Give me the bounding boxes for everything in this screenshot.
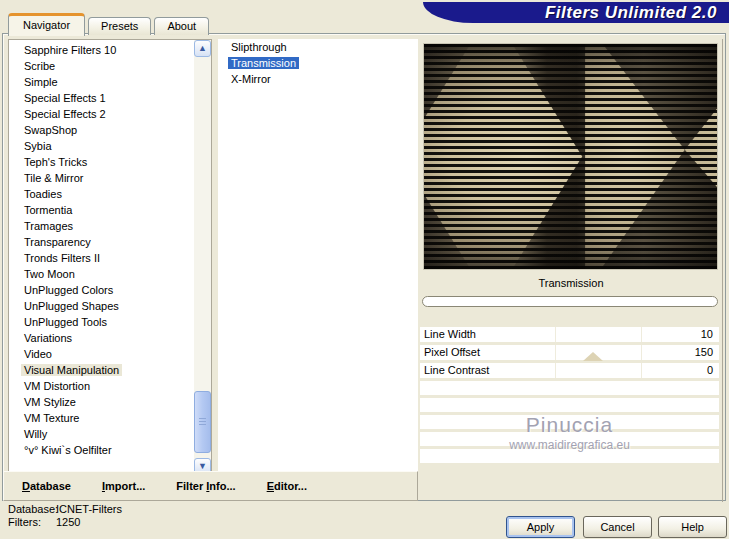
category-list-item[interactable]: Scribe	[9, 58, 194, 74]
parameter-label: Line Contrast	[424, 363, 489, 378]
tab[interactable]: About	[154, 17, 209, 35]
watermark-url: www.maidiregrafica.eu	[420, 438, 719, 452]
title-banner: Filters Unlimited 2.0	[423, 2, 729, 23]
toolbar-button[interactable]: Import...	[102, 480, 145, 492]
slider-position-marker-icon[interactable]	[583, 352, 603, 361]
parameter-slider-row[interactable]: Line Width 10	[420, 327, 719, 342]
status-label: Filters:	[8, 516, 56, 528]
category-list-item[interactable]: Tronds Filters II	[9, 250, 194, 266]
navigator-page: Sapphire Filters 10 Scribe Simple Specia…	[2, 33, 726, 501]
parameter-value: 0	[707, 363, 713, 378]
preview-layer-stripes	[424, 44, 717, 269]
category-list-item[interactable]: Video	[9, 346, 194, 362]
category-list-item[interactable]: Tile & Mirror	[9, 170, 194, 186]
status-value: 1250	[56, 516, 122, 528]
category-list-item[interactable]: Special Effects 2	[9, 106, 194, 122]
preview-panel: Transmission Line Width 10 Pixel Offset …	[420, 39, 723, 502]
empty-row	[420, 398, 719, 412]
parameter-slider-row[interactable]: Pixel Offset 150	[420, 345, 719, 360]
parameter-value: 10	[701, 327, 713, 342]
chevron-up-icon: ▲	[198, 44, 207, 53]
category-list-item[interactable]: VM Stylize	[9, 394, 194, 410]
apply-button[interactable]: Apply	[506, 516, 575, 538]
category-list-item[interactable]: Special Effects 1	[9, 90, 194, 106]
scroll-up-button[interactable]: ▲	[194, 40, 211, 57]
app-title: Filters Unlimited 2.0	[545, 3, 717, 23]
category-list-item[interactable]: VM Distortion	[9, 378, 194, 394]
category-list-item[interactable]: °v° Kiwi`s Oelfilter	[9, 442, 194, 458]
category-list-item[interactable]: UnPlugged Shapes	[9, 298, 194, 314]
category-list-item[interactable]: Sybia	[9, 138, 194, 154]
category-list-item[interactable]: Two Moon	[9, 266, 194, 282]
category-list-item[interactable]: Variations	[9, 330, 194, 346]
filter-name-caption: Transmission	[420, 275, 722, 291]
toolbar-button[interactable]: Database	[22, 480, 71, 492]
category-list-item[interactable]: Tramages	[9, 218, 194, 234]
filter-preview-image	[423, 43, 718, 270]
category-list-item[interactable]: Teph's Tricks	[9, 154, 194, 170]
database-toolbar: DatabaseImport...Filter Info...Editor...	[3, 471, 418, 501]
filter-list[interactable]: Slipthrough Transmission X-Mirror	[218, 39, 418, 476]
tab[interactable]: Presets	[88, 17, 151, 35]
status-value: ICNET-Filters	[56, 503, 122, 515]
filter-list-item[interactable]: Transmission	[218, 55, 418, 71]
category-list-item[interactable]: SwapShop	[9, 122, 194, 138]
parameter-value: 150	[695, 345, 713, 360]
help-button[interactable]: Help	[658, 516, 727, 538]
parameter-label: Pixel Offset	[424, 345, 480, 360]
scrollbar-thumb[interactable]	[194, 391, 211, 453]
filter-list-item[interactable]: Slipthrough	[218, 39, 418, 55]
category-list-item[interactable]: Willy	[9, 426, 194, 442]
category-list-item[interactable]: UnPlugged Colors	[9, 282, 194, 298]
category-list-item[interactable]: Simple	[9, 74, 194, 90]
chevron-down-icon: ▼	[198, 462, 207, 471]
parameter-slider-row[interactable]: Line Contrast 0	[420, 363, 719, 378]
category-list-item[interactable]: Sapphire Filters 10	[9, 42, 194, 58]
category-list-item[interactable]: Transparency	[9, 234, 194, 250]
watermark: Pinuccia www.maidiregrafica.eu	[420, 413, 719, 452]
tab-strip: Navigator Presets About	[8, 13, 212, 35]
tab[interactable]: Navigator	[8, 13, 85, 36]
status-area: Database: ICNET-Filters Filters: 1250	[8, 503, 122, 528]
parameter-label: Line Width	[424, 327, 476, 342]
toolbar-button[interactable]: Editor...	[267, 480, 307, 492]
watermark-name: Pinuccia	[420, 413, 719, 437]
category-items: Sapphire Filters 10 Scribe Simple Specia…	[9, 42, 194, 458]
category-list[interactable]: Sapphire Filters 10 Scribe Simple Specia…	[8, 39, 212, 476]
preview-progressbar	[422, 296, 718, 307]
category-list-item[interactable]: Visual Manipulation	[9, 362, 194, 378]
scrollbar[interactable]: ▲ ▼	[194, 40, 211, 475]
status-label: Database:	[8, 503, 56, 515]
category-list-item[interactable]: VM Texture	[9, 410, 194, 426]
category-list-item[interactable]: UnPlugged Tools	[9, 314, 194, 330]
category-list-item[interactable]: Tormentia	[9, 202, 194, 218]
filter-list-item[interactable]: X-Mirror	[218, 71, 418, 87]
toolbar-button[interactable]: Filter Info...	[176, 480, 235, 492]
cancel-button[interactable]: Cancel	[583, 516, 652, 538]
category-list-item[interactable]: Toadies	[9, 186, 194, 202]
empty-row	[420, 381, 719, 395]
